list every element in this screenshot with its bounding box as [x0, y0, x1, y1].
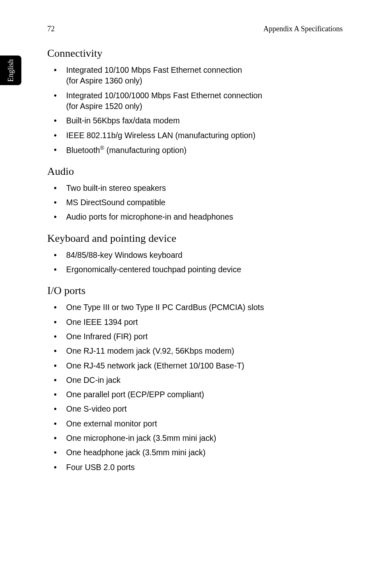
item-text: (for Aspire 1520 only): [66, 102, 142, 111]
heading-ioports: I/O ports: [47, 285, 343, 297]
registered-symbol: ®: [100, 145, 104, 151]
list-item: One RJ-45 network jack (Ethernet 10/100 …: [47, 360, 343, 371]
item-text: Integrated 10/100/1000 Mbps Fast Etherne…: [66, 91, 262, 100]
list-keyboard: 84/85/88-key Windows keyboard Ergonomica…: [47, 250, 343, 275]
list-item: One microphone-in jack (3.5mm mini jack): [47, 433, 343, 443]
list-ioports: One Type III or two Type II PC CardBus (…: [47, 302, 343, 473]
page-content: Connectivity Integrated 10/100 Mbps Fast…: [47, 47, 343, 476]
list-item: IEEE 802.11b/g Wireless LAN (manufacturi…: [47, 130, 343, 141]
list-item: Audio ports for microphone-in and headph…: [47, 211, 343, 222]
list-item: One headphone jack (3.5mm mini jack): [47, 447, 343, 458]
list-connectivity: Integrated 10/100 Mbps Fast Ethernet con…: [47, 65, 343, 155]
item-text: (for Aspire 1360 only): [66, 76, 142, 85]
language-tab: English: [0, 56, 21, 85]
list-item: One parallel port (ECP/EPP compliant): [47, 389, 343, 400]
list-item: One DC-in jack: [47, 375, 343, 385]
list-item: Ergonomically-centered touchpad pointing…: [47, 264, 343, 275]
header-appendix-title: Appendix A Specifications: [263, 25, 343, 33]
list-item: Four USB 2.0 ports: [47, 462, 343, 473]
list-item: 84/85/88-key Windows keyboard: [47, 250, 343, 260]
heading-connectivity: Connectivity: [47, 47, 343, 60]
list-item: Bluetooth® (manufacturing option): [47, 144, 343, 155]
heading-audio: Audio: [47, 165, 343, 178]
heading-keyboard: Keyboard and pointing device: [47, 232, 343, 245]
list-item: Built-in 56Kbps fax/data modem: [47, 115, 343, 126]
list-item: One Infrared (FIR) port: [47, 331, 343, 342]
list-item: Integrated 10/100/1000 Mbps Fast Etherne…: [47, 90, 343, 112]
list-item: One RJ-11 modem jack (V.92, 56Kbps modem…: [47, 345, 343, 356]
list-item: One Type III or two Type II PC CardBus (…: [47, 302, 343, 313]
page-number: 72: [47, 25, 55, 33]
list-item: One IEEE 1394 port: [47, 317, 343, 327]
list-audio: Two built-in stereo speakers MS DirectSo…: [47, 183, 343, 222]
item-text: Integrated 10/100 Mbps Fast Ethernet con…: [66, 65, 242, 74]
list-item: One external monitor port: [47, 418, 343, 429]
list-item: Integrated 10/100 Mbps Fast Ethernet con…: [47, 65, 343, 86]
list-item: MS DirectSound compatible: [47, 197, 343, 208]
item-text: Bluetooth: [66, 145, 100, 154]
list-item: One S-video port: [47, 403, 343, 414]
list-item: Two built-in stereo speakers: [47, 183, 343, 193]
item-text: (manufacturing option): [104, 145, 187, 154]
